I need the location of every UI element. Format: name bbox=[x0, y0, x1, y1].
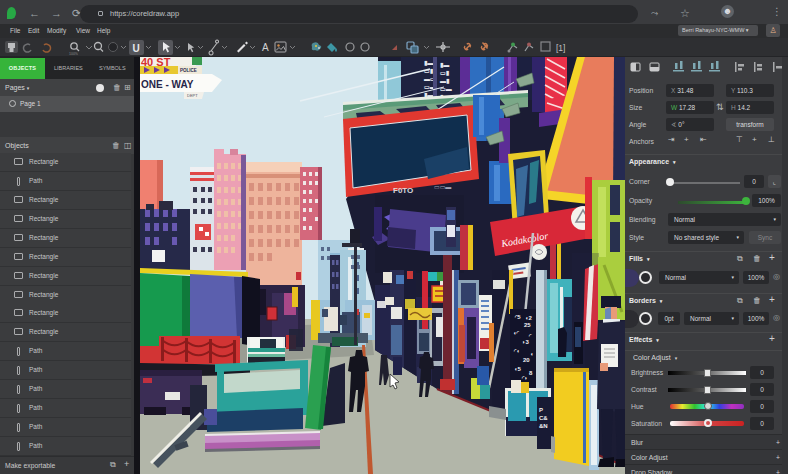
svg-text:◜◖: ◜◖ bbox=[513, 348, 520, 354]
svg-text:◖5: ◖5 bbox=[514, 366, 522, 372]
svg-text:▭▭▬: ▭▭▬ bbox=[434, 184, 451, 190]
svg-text:▮▬: ▮▬ bbox=[424, 60, 433, 66]
svg-text:◖2: ◖2 bbox=[525, 315, 533, 321]
svg-text:P: P bbox=[539, 407, 543, 413]
svg-text:◜◗: ◜◗ bbox=[521, 375, 528, 381]
svg-text:A: A bbox=[262, 42, 269, 53]
svg-text:C&: C& bbox=[539, 415, 548, 421]
svg-text:F0TO: F0TO bbox=[393, 186, 413, 195]
svg-text:20: 20 bbox=[523, 357, 530, 363]
svg-text:25: 25 bbox=[524, 322, 531, 328]
svg-text:▮▬: ▮▬ bbox=[440, 62, 449, 68]
svg-text:100%: 100% bbox=[69, 52, 78, 56]
svg-text:◗3: ◗3 bbox=[522, 339, 530, 345]
svg-text:POLICE: POLICE bbox=[180, 68, 197, 73]
svg-text:◜5: ◜5 bbox=[514, 314, 521, 320]
svg-text:DEPT: DEPT bbox=[187, 93, 198, 98]
svg-text:ONE - WAY: ONE - WAY bbox=[141, 79, 194, 90]
svg-text:▭▮: ▭▮ bbox=[440, 70, 450, 76]
svg-text:▭▬: ▭▬ bbox=[440, 86, 452, 92]
svg-text:U: U bbox=[133, 43, 140, 54]
svg-text:[1]: [1] bbox=[556, 43, 565, 53]
svg-text:◖: ◖ bbox=[530, 351, 534, 357]
svg-text:◖◜: ◖◜ bbox=[513, 330, 520, 336]
svg-text:▬▮: ▬▮ bbox=[440, 78, 450, 84]
svg-text:&N: &N bbox=[539, 423, 548, 429]
